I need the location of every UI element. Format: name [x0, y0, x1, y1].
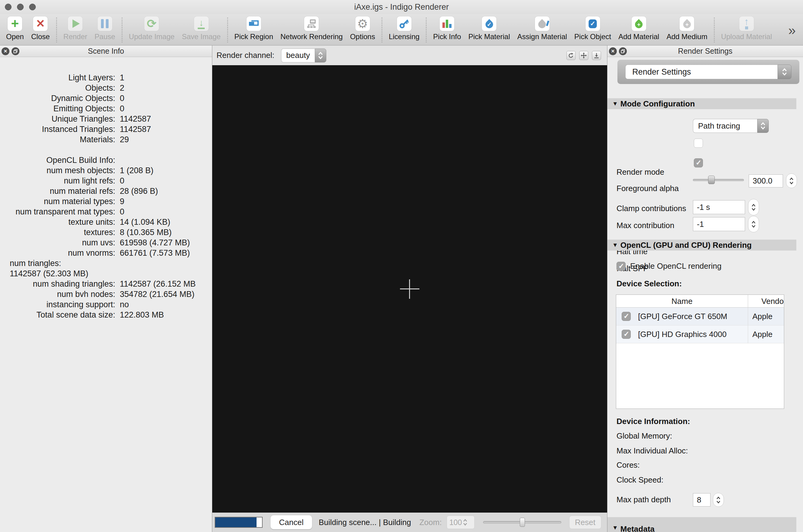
stat-row: num shading triangles:1142587 (26.152 MB: [0, 279, 211, 289]
stat-row: texture units:14 (1.094 KB): [0, 217, 211, 227]
chevron-up-down-icon[interactable]: [778, 64, 791, 79]
open-button[interactable]: + Open: [6, 16, 24, 41]
device-checkbox[interactable]: [622, 312, 631, 321]
pick-material-button[interactable]: ✓ Pick Material: [468, 16, 510, 41]
gear-icon: ⚙: [357, 18, 368, 30]
render-channel-select[interactable]: beauty: [281, 49, 326, 62]
stat-row: Total scene data size:122.803 MB: [0, 310, 211, 320]
zoom-slider[interactable]: [483, 516, 561, 529]
rotate-view-icon[interactable]: [567, 51, 576, 60]
pan-view-icon[interactable]: [579, 51, 588, 60]
upload-material-button[interactable]: ↑ Upload Material: [721, 16, 772, 41]
panel-float-icon[interactable]: [619, 47, 627, 55]
update-image-button[interactable]: ⟳ Update Image: [129, 16, 175, 41]
stepper-buttons[interactable]: [786, 173, 797, 188]
device-name: [GPU] HD Graphics 4000: [638, 330, 727, 339]
fit-view-icon[interactable]: [592, 51, 601, 60]
slider-thumb[interactable]: [520, 518, 525, 527]
enable-opencl-checkbox[interactable]: [616, 262, 626, 271]
chevron-up-down-icon[interactable]: [315, 49, 326, 62]
add-material-button[interactable]: + Add Material: [618, 16, 659, 41]
device-selection-table: Name Vendor [GPU] GeForce GT 650M Apple …: [616, 294, 784, 409]
stat-row: num transparent mat types:0: [0, 207, 211, 217]
zoom-spinbox[interactable]: 100: [447, 516, 475, 529]
section-opencl-rendering[interactable]: ▼ OpenCL (GPU and CPU) Rendering: [607, 240, 796, 250]
max-path-depth-field-wrap: 8: [693, 493, 724, 507]
toolbar-separator: [56, 18, 57, 42]
close-button[interactable]: ✕ Close: [31, 16, 50, 41]
collapse-arrow-icon: ▼: [612, 525, 618, 531]
stepper-buttons[interactable]: [748, 199, 759, 215]
section-metadata[interactable]: ▼ Metadata: [607, 517, 796, 532]
stat-row: Instanced Triangles:1142587: [0, 124, 211, 134]
max-contribution-slider[interactable]: [693, 175, 744, 185]
pick-object-button[interactable]: ✓ Pick Object: [574, 16, 611, 41]
options-label: Options: [350, 33, 375, 41]
chevron-up-down-icon[interactable]: [757, 119, 769, 133]
title-bar: iAxe.igs - Indigo Renderer: [0, 0, 803, 14]
licensing-label: Licensing: [389, 33, 419, 41]
device-checkbox[interactable]: [622, 330, 631, 339]
render-channel-bar: Render channel: beauty: [212, 45, 607, 65]
chevron-up-down-icon[interactable]: [463, 518, 467, 527]
stat-row: num triangles:: [0, 258, 211, 268]
panel-close-icon[interactable]: ✕: [1, 47, 9, 55]
stat-row: OpenCL Build Info:: [0, 155, 211, 165]
settings-page-select[interactable]: Render Settings: [625, 64, 791, 79]
pause-label: Pause: [95, 33, 115, 41]
device-information-label: Device Information:: [616, 417, 690, 426]
cancel-button[interactable]: Cancel: [270, 515, 312, 529]
table-row[interactable]: [GPU] GeForce GT 650M Apple: [616, 307, 784, 325]
halt-spp-field[interactable]: -1: [693, 217, 745, 231]
panel-float-icon[interactable]: [12, 47, 19, 55]
global-memory-label: Global Memory:: [616, 431, 672, 441]
collapse-arrow-icon: ▼: [612, 242, 618, 248]
stat-row: num material refs:28 (896 B): [0, 186, 211, 196]
stat-row: Materials:29: [0, 134, 211, 145]
max-contribution-field[interactable]: 300.0: [749, 174, 783, 187]
stepper-buttons[interactable]: [713, 493, 724, 507]
section-mode-configuration[interactable]: ▼ Mode Configuration: [607, 98, 796, 109]
window-minimize-button[interactable]: [17, 4, 24, 10]
section-title: OpenCL (GPU and CPU) Rendering: [620, 241, 752, 250]
options-button[interactable]: ⚙ Options: [350, 16, 375, 41]
slider-thumb[interactable]: [708, 176, 715, 184]
assign-material-button[interactable]: Assign Material: [517, 16, 567, 41]
pause-button[interactable]: Pause: [95, 16, 115, 41]
save-image-button[interactable]: ↓ Save Image: [182, 16, 221, 41]
network-rendering-button[interactable]: Network Rendering: [281, 16, 343, 41]
settings-page-select-wrap: Render Settings: [617, 60, 799, 84]
crosshair-icon: [409, 279, 410, 299]
licensing-button[interactable]: Licensing: [389, 16, 419, 41]
update-image-label: Update Image: [129, 33, 175, 41]
toolbar-separator: [227, 18, 228, 42]
window-zoom-button[interactable]: [29, 4, 36, 10]
table-row[interactable]: [GPU] HD Graphics 4000 Apple: [616, 325, 784, 343]
toolbar-separator: [426, 18, 427, 42]
render-button[interactable]: Render: [63, 16, 87, 41]
reset-button[interactable]: Reset: [569, 516, 601, 529]
render-label: Render: [63, 33, 87, 41]
column-header-vendor[interactable]: Vendor: [748, 295, 784, 307]
render-channel-label: Render channel:: [216, 51, 274, 60]
pick-region-button[interactable]: Pick Region: [234, 16, 273, 41]
column-header-name[interactable]: Name: [616, 295, 748, 307]
foreground-alpha-checkbox[interactable]: [694, 139, 703, 148]
render-mode-select[interactable]: Path tracing: [693, 119, 769, 133]
max-path-depth-field[interactable]: 8: [693, 493, 710, 507]
halt-time-field-wrap: -1 s: [693, 199, 759, 215]
render-canvas[interactable]: [212, 65, 607, 513]
clamp-contributions-checkbox[interactable]: [694, 158, 703, 167]
assign-material-label: Assign Material: [517, 33, 567, 41]
stepper-buttons[interactable]: [748, 216, 759, 232]
halt-spp-field-wrap: -1: [693, 216, 759, 232]
pick-region-label: Pick Region: [234, 33, 273, 41]
window-close-button[interactable]: [5, 4, 12, 10]
stat-row: num vnorms:661761 (7.573 MB): [0, 248, 211, 258]
toolbar-overflow-button[interactable]: »: [788, 24, 801, 37]
toolbar-separator: [714, 18, 715, 42]
pick-info-button[interactable]: Pick Info: [433, 16, 461, 41]
panel-close-icon[interactable]: ✕: [609, 47, 617, 55]
halt-time-field[interactable]: -1 s: [693, 200, 745, 214]
add-medium-button[interactable]: + Add Medium: [667, 16, 707, 41]
